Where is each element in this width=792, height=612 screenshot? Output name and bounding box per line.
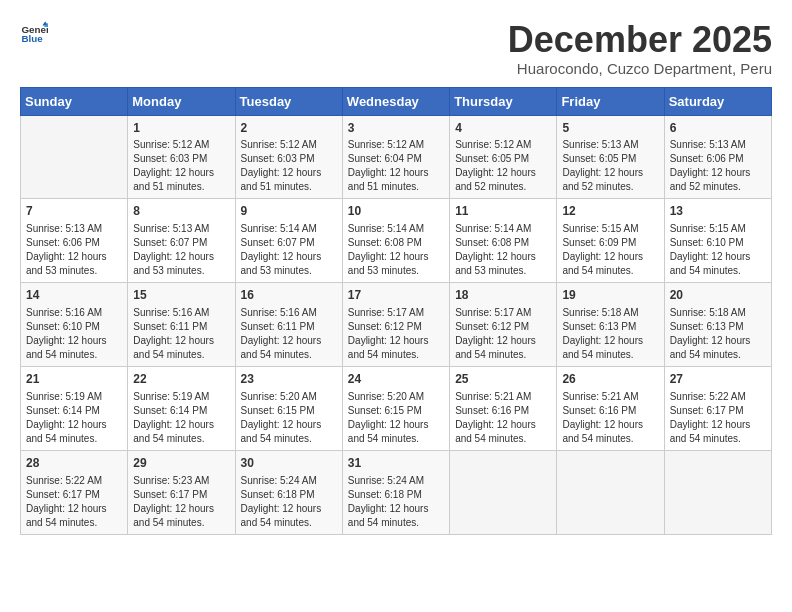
calendar-header-sunday: Sunday bbox=[21, 87, 128, 115]
calendar-cell: 9Sunrise: 5:14 AM Sunset: 6:07 PM Daylig… bbox=[235, 199, 342, 283]
calendar-header-row: SundayMondayTuesdayWednesdayThursdayFrid… bbox=[21, 87, 772, 115]
day-info: Sunrise: 5:24 AM Sunset: 6:18 PM Dayligh… bbox=[348, 474, 444, 530]
day-number: 22 bbox=[133, 371, 229, 388]
day-info: Sunrise: 5:18 AM Sunset: 6:13 PM Dayligh… bbox=[670, 306, 766, 362]
calendar-cell: 22Sunrise: 5:19 AM Sunset: 6:14 PM Dayli… bbox=[128, 366, 235, 450]
calendar-cell bbox=[21, 115, 128, 199]
calendar-cell: 25Sunrise: 5:21 AM Sunset: 6:16 PM Dayli… bbox=[450, 366, 557, 450]
calendar-cell bbox=[450, 450, 557, 534]
calendar-cell: 2Sunrise: 5:12 AM Sunset: 6:03 PM Daylig… bbox=[235, 115, 342, 199]
calendar-cell: 18Sunrise: 5:17 AM Sunset: 6:12 PM Dayli… bbox=[450, 283, 557, 367]
day-number: 15 bbox=[133, 287, 229, 304]
title-area: December 2025 Huarocondo, Cuzco Departme… bbox=[508, 20, 772, 77]
day-info: Sunrise: 5:18 AM Sunset: 6:13 PM Dayligh… bbox=[562, 306, 658, 362]
day-number: 25 bbox=[455, 371, 551, 388]
day-info: Sunrise: 5:20 AM Sunset: 6:15 PM Dayligh… bbox=[348, 390, 444, 446]
calendar-cell: 26Sunrise: 5:21 AM Sunset: 6:16 PM Dayli… bbox=[557, 366, 664, 450]
calendar-cell: 7Sunrise: 5:13 AM Sunset: 6:06 PM Daylig… bbox=[21, 199, 128, 283]
calendar-header-saturday: Saturday bbox=[664, 87, 771, 115]
day-info: Sunrise: 5:13 AM Sunset: 6:06 PM Dayligh… bbox=[670, 138, 766, 194]
calendar-header-thursday: Thursday bbox=[450, 87, 557, 115]
calendar-cell: 13Sunrise: 5:15 AM Sunset: 6:10 PM Dayli… bbox=[664, 199, 771, 283]
day-number: 4 bbox=[455, 120, 551, 137]
calendar-cell: 17Sunrise: 5:17 AM Sunset: 6:12 PM Dayli… bbox=[342, 283, 449, 367]
day-info: Sunrise: 5:21 AM Sunset: 6:16 PM Dayligh… bbox=[455, 390, 551, 446]
calendar-cell: 29Sunrise: 5:23 AM Sunset: 6:17 PM Dayli… bbox=[128, 450, 235, 534]
day-number: 11 bbox=[455, 203, 551, 220]
calendar-table: SundayMondayTuesdayWednesdayThursdayFrid… bbox=[20, 87, 772, 535]
calendar-cell: 27Sunrise: 5:22 AM Sunset: 6:17 PM Dayli… bbox=[664, 366, 771, 450]
day-number: 10 bbox=[348, 203, 444, 220]
calendar-cell: 10Sunrise: 5:14 AM Sunset: 6:08 PM Dayli… bbox=[342, 199, 449, 283]
calendar-week-row: 28Sunrise: 5:22 AM Sunset: 6:17 PM Dayli… bbox=[21, 450, 772, 534]
calendar-cell: 3Sunrise: 5:12 AM Sunset: 6:04 PM Daylig… bbox=[342, 115, 449, 199]
day-info: Sunrise: 5:21 AM Sunset: 6:16 PM Dayligh… bbox=[562, 390, 658, 446]
day-info: Sunrise: 5:14 AM Sunset: 6:07 PM Dayligh… bbox=[241, 222, 337, 278]
day-number: 23 bbox=[241, 371, 337, 388]
day-number: 26 bbox=[562, 371, 658, 388]
calendar-header-friday: Friday bbox=[557, 87, 664, 115]
day-info: Sunrise: 5:19 AM Sunset: 6:14 PM Dayligh… bbox=[133, 390, 229, 446]
location-subtitle: Huarocondo, Cuzco Department, Peru bbox=[508, 60, 772, 77]
day-info: Sunrise: 5:13 AM Sunset: 6:06 PM Dayligh… bbox=[26, 222, 122, 278]
day-number: 1 bbox=[133, 120, 229, 137]
day-number: 20 bbox=[670, 287, 766, 304]
logo: General Blue bbox=[20, 20, 48, 48]
day-number: 17 bbox=[348, 287, 444, 304]
calendar-week-row: 14Sunrise: 5:16 AM Sunset: 6:10 PM Dayli… bbox=[21, 283, 772, 367]
calendar-header-wednesday: Wednesday bbox=[342, 87, 449, 115]
day-info: Sunrise: 5:22 AM Sunset: 6:17 PM Dayligh… bbox=[670, 390, 766, 446]
day-number: 12 bbox=[562, 203, 658, 220]
calendar-cell: 23Sunrise: 5:20 AM Sunset: 6:15 PM Dayli… bbox=[235, 366, 342, 450]
day-info: Sunrise: 5:15 AM Sunset: 6:10 PM Dayligh… bbox=[670, 222, 766, 278]
day-info: Sunrise: 5:16 AM Sunset: 6:10 PM Dayligh… bbox=[26, 306, 122, 362]
day-number: 8 bbox=[133, 203, 229, 220]
day-number: 28 bbox=[26, 455, 122, 472]
day-number: 29 bbox=[133, 455, 229, 472]
calendar-week-row: 21Sunrise: 5:19 AM Sunset: 6:14 PM Dayli… bbox=[21, 366, 772, 450]
day-info: Sunrise: 5:16 AM Sunset: 6:11 PM Dayligh… bbox=[133, 306, 229, 362]
day-number: 3 bbox=[348, 120, 444, 137]
page-header: General Blue December 2025 Huarocondo, C… bbox=[20, 20, 772, 77]
day-number: 18 bbox=[455, 287, 551, 304]
calendar-week-row: 1Sunrise: 5:12 AM Sunset: 6:03 PM Daylig… bbox=[21, 115, 772, 199]
calendar-cell: 19Sunrise: 5:18 AM Sunset: 6:13 PM Dayli… bbox=[557, 283, 664, 367]
day-info: Sunrise: 5:13 AM Sunset: 6:07 PM Dayligh… bbox=[133, 222, 229, 278]
calendar-cell: 12Sunrise: 5:15 AM Sunset: 6:09 PM Dayli… bbox=[557, 199, 664, 283]
logo-icon: General Blue bbox=[20, 20, 48, 48]
day-number: 14 bbox=[26, 287, 122, 304]
day-number: 24 bbox=[348, 371, 444, 388]
day-info: Sunrise: 5:12 AM Sunset: 6:03 PM Dayligh… bbox=[241, 138, 337, 194]
day-info: Sunrise: 5:19 AM Sunset: 6:14 PM Dayligh… bbox=[26, 390, 122, 446]
month-year-title: December 2025 bbox=[508, 20, 772, 60]
day-number: 13 bbox=[670, 203, 766, 220]
day-number: 19 bbox=[562, 287, 658, 304]
day-info: Sunrise: 5:24 AM Sunset: 6:18 PM Dayligh… bbox=[241, 474, 337, 530]
day-info: Sunrise: 5:13 AM Sunset: 6:05 PM Dayligh… bbox=[562, 138, 658, 194]
day-number: 7 bbox=[26, 203, 122, 220]
day-info: Sunrise: 5:17 AM Sunset: 6:12 PM Dayligh… bbox=[348, 306, 444, 362]
calendar-header-monday: Monday bbox=[128, 87, 235, 115]
day-info: Sunrise: 5:15 AM Sunset: 6:09 PM Dayligh… bbox=[562, 222, 658, 278]
day-info: Sunrise: 5:14 AM Sunset: 6:08 PM Dayligh… bbox=[348, 222, 444, 278]
calendar-cell: 14Sunrise: 5:16 AM Sunset: 6:10 PM Dayli… bbox=[21, 283, 128, 367]
calendar-cell: 8Sunrise: 5:13 AM Sunset: 6:07 PM Daylig… bbox=[128, 199, 235, 283]
day-info: Sunrise: 5:23 AM Sunset: 6:17 PM Dayligh… bbox=[133, 474, 229, 530]
calendar-cell: 30Sunrise: 5:24 AM Sunset: 6:18 PM Dayli… bbox=[235, 450, 342, 534]
day-number: 30 bbox=[241, 455, 337, 472]
calendar-cell: 5Sunrise: 5:13 AM Sunset: 6:05 PM Daylig… bbox=[557, 115, 664, 199]
day-number: 21 bbox=[26, 371, 122, 388]
calendar-cell: 20Sunrise: 5:18 AM Sunset: 6:13 PM Dayli… bbox=[664, 283, 771, 367]
svg-text:Blue: Blue bbox=[21, 33, 43, 44]
day-number: 27 bbox=[670, 371, 766, 388]
day-number: 6 bbox=[670, 120, 766, 137]
day-info: Sunrise: 5:12 AM Sunset: 6:04 PM Dayligh… bbox=[348, 138, 444, 194]
calendar-cell: 11Sunrise: 5:14 AM Sunset: 6:08 PM Dayli… bbox=[450, 199, 557, 283]
day-info: Sunrise: 5:16 AM Sunset: 6:11 PM Dayligh… bbox=[241, 306, 337, 362]
calendar-cell: 6Sunrise: 5:13 AM Sunset: 6:06 PM Daylig… bbox=[664, 115, 771, 199]
day-number: 16 bbox=[241, 287, 337, 304]
calendar-cell: 24Sunrise: 5:20 AM Sunset: 6:15 PM Dayli… bbox=[342, 366, 449, 450]
day-number: 9 bbox=[241, 203, 337, 220]
day-info: Sunrise: 5:20 AM Sunset: 6:15 PM Dayligh… bbox=[241, 390, 337, 446]
calendar-week-row: 7Sunrise: 5:13 AM Sunset: 6:06 PM Daylig… bbox=[21, 199, 772, 283]
